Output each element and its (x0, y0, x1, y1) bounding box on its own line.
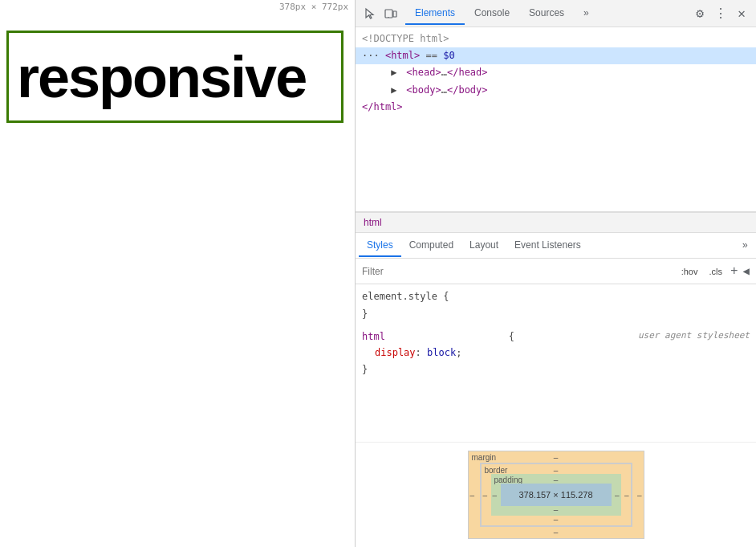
bm-content: 378.157 × 115.278 (501, 484, 612, 506)
tab-computed[interactable]: Computed (401, 235, 461, 257)
bm-content-value: 378.157 × 115.278 (518, 490, 592, 500)
css-source-label: user agent stylesheet (638, 329, 750, 345)
devtools-tabs: Elements Console Sources » (405, 2, 599, 25)
bm-border-right: – (624, 491, 629, 500)
webpage-preview: 378px × 772px responsive (0, 0, 355, 547)
responsive-text: responsive (17, 44, 306, 110)
styles-tabs: Styles Computed Layout Event Listeners » (356, 233, 756, 259)
filter-bar: :hov .cls + ◀ (356, 259, 756, 284)
cls-button[interactable]: .cls (705, 265, 726, 278)
hov-button[interactable]: :hov (678, 265, 701, 278)
css-rule-html: html { user agent stylesheet display: bl… (362, 329, 750, 378)
add-style-button[interactable]: + (730, 264, 738, 279)
bm-margin-label: margin (472, 453, 497, 462)
bm-padding-right: – (615, 491, 620, 500)
tree-head[interactable]: ▶ <head>…</head> (356, 64, 756, 81)
svg-rect-0 (385, 10, 392, 18)
bm-padding: padding – – – – 378.157 × 115.278 (491, 474, 621, 516)
styles-tab-more[interactable]: » (738, 237, 753, 255)
bm-margin-top: – (554, 453, 559, 462)
tab-styles[interactable]: Styles (359, 235, 401, 257)
bm-border-bottom: – (554, 515, 559, 524)
bm-margin-left: – (470, 491, 475, 500)
responsive-box: responsive (6, 31, 343, 123)
svg-rect-1 (393, 11, 396, 17)
tab-more[interactable]: » (574, 2, 599, 25)
css-rule-element-style: element.style { } (362, 288, 750, 324)
close-devtools-button[interactable]: ✕ (732, 4, 751, 23)
tab-elements[interactable]: Elements (405, 2, 465, 25)
inspect-icon[interactable] (360, 4, 380, 23)
tree-html-selected[interactable]: ··· <html> == $0 (356, 47, 756, 64)
bm-padding-left: – (493, 491, 498, 500)
box-model-container: margin – – – – border – – – – paddin (356, 442, 756, 547)
more-options-button[interactable]: ⋮ (711, 4, 730, 23)
settings-button[interactable]: ⚙ (690, 4, 709, 23)
dimension-label: 378px × 772px (279, 2, 348, 12)
elements-tree[interactable]: <!DOCTYPE html> ··· <html> == $0 ▶ <head… (356, 27, 756, 212)
devtools-panel: Elements Console Sources » ⚙ ⋮ ✕ <!DOCTY… (355, 0, 756, 547)
bm-margin: margin – – – – border – – – – paddin (468, 451, 644, 539)
bm-border: border – – – – padding – – – – (480, 463, 632, 527)
bm-margin-right: – (637, 491, 642, 500)
device-toggle-icon[interactable] (381, 4, 400, 23)
bm-border-left: – (483, 491, 488, 500)
filter-input[interactable] (362, 266, 673, 277)
tree-html-close: </html> (356, 99, 756, 116)
devtools-toolbar: Elements Console Sources » ⚙ ⋮ ✕ (356, 0, 756, 27)
breadcrumb-bar: html (356, 212, 756, 233)
styles-panel: Styles Computed Layout Event Listeners »… (356, 233, 756, 547)
tree-body[interactable]: ▶ <body>…</body> (356, 82, 756, 99)
tab-event-listeners[interactable]: Event Listeners (506, 235, 589, 257)
tab-layout[interactable]: Layout (461, 235, 506, 257)
toggle-sidebar-button[interactable]: ◀ (743, 264, 750, 278)
tree-doctype: <!DOCTYPE html> (356, 31, 756, 47)
bm-padding-bottom: – (554, 505, 559, 514)
breadcrumb-html[interactable]: html (362, 217, 384, 228)
tab-sources[interactable]: Sources (519, 2, 574, 25)
bm-margin-bottom: – (554, 528, 559, 537)
css-rules-area[interactable]: element.style { } html { user agent styl… (356, 284, 756, 442)
box-model: margin – – – – border – – – – paddin (468, 451, 644, 539)
tab-console[interactable]: Console (465, 2, 519, 25)
